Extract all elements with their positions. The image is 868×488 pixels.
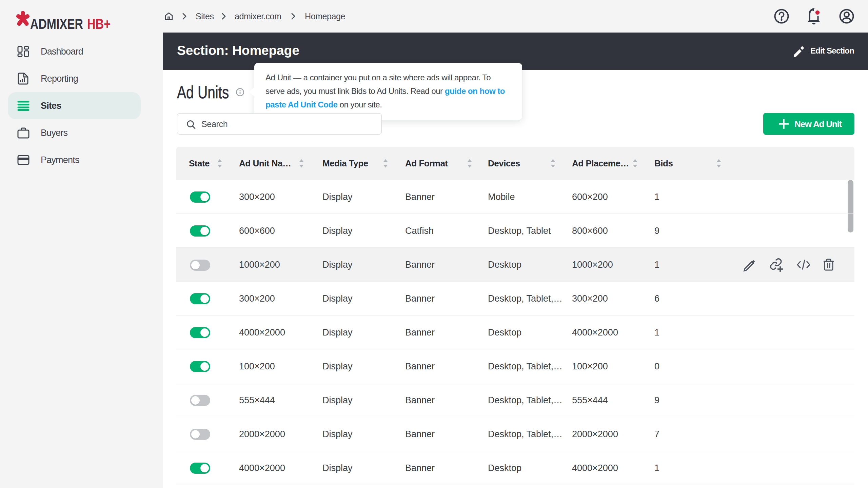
svg-text:ADMIXER: ADMIXER xyxy=(30,16,83,31)
svg-text:HB+: HB+ xyxy=(87,16,111,31)
